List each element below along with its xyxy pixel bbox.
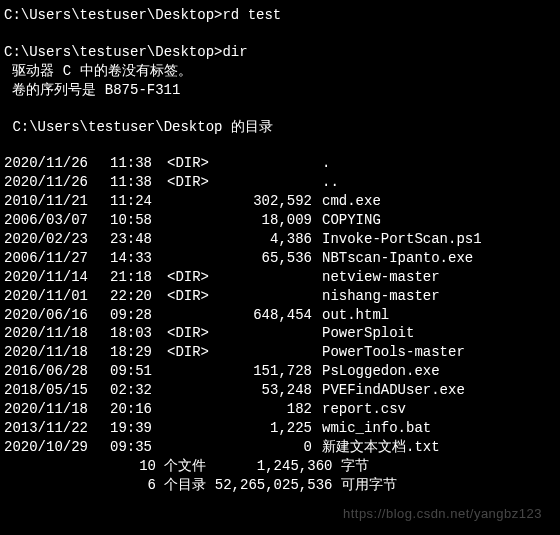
- col-dir: <DIR>: [160, 287, 216, 306]
- col-name: Invoke-PortScan.ps1: [312, 230, 482, 249]
- listing-row: 2020/11/2611:38<DIR>.: [4, 154, 556, 173]
- col-sep: [92, 154, 110, 173]
- col-sep: [92, 400, 110, 419]
- col-sep: [92, 362, 110, 381]
- col-time: 14:33: [110, 249, 160, 268]
- col-time: 09:51: [110, 362, 160, 381]
- col-name: PVEFindADUser.exe: [312, 381, 465, 400]
- col-date: 2020/11/18: [4, 343, 92, 362]
- col-time: 18:03: [110, 324, 160, 343]
- serial-line: 卷的序列号是 B875-F311: [4, 81, 556, 100]
- col-dir: [160, 381, 216, 400]
- listing-row: 2013/11/2219:391,225wmic_info.bat: [4, 419, 556, 438]
- watermark: https://blog.csdn.net/yangbz123: [343, 505, 542, 523]
- col-dir: <DIR>: [160, 343, 216, 362]
- col-date: 2020/11/26: [4, 154, 92, 173]
- col-sep: [92, 230, 110, 249]
- blank-line: [4, 136, 556, 154]
- col-dir: <DIR>: [160, 324, 216, 343]
- col-date: 2020/10/29: [4, 438, 92, 457]
- col-dir: <DIR>: [160, 173, 216, 192]
- col-size: 648,454: [216, 306, 312, 325]
- listing-row: 2020/06/1609:28648,454out.html: [4, 306, 556, 325]
- col-name: out.html: [312, 306, 389, 325]
- col-name: PsLoggedon.exe: [312, 362, 440, 381]
- listing-row: 2006/03/0710:5818,009COPYING: [4, 211, 556, 230]
- col-name: PowerSploit: [312, 324, 414, 343]
- listing-row: 2020/11/1421:18<DIR>netview-master: [4, 268, 556, 287]
- col-dir: [160, 400, 216, 419]
- col-size: [216, 287, 312, 306]
- col-sep: [92, 381, 110, 400]
- col-sep: [92, 343, 110, 362]
- col-dir: [160, 419, 216, 438]
- col-name: NBTscan-Ipanto.exe: [312, 249, 473, 268]
- col-time: 11:24: [110, 192, 160, 211]
- listing-row: 2020/11/1818:29<DIR>PowerTools-master: [4, 343, 556, 362]
- listing-row: 2020/11/1820:16182report.csv: [4, 400, 556, 419]
- col-size: 4,386: [216, 230, 312, 249]
- col-time: 02:32: [110, 381, 160, 400]
- col-sep: [92, 268, 110, 287]
- col-size: 0: [216, 438, 312, 457]
- col-time: 20:16: [110, 400, 160, 419]
- col-date: 2006/03/07: [4, 211, 92, 230]
- col-size: 302,592: [216, 192, 312, 211]
- col-dir: [160, 438, 216, 457]
- col-date: 2006/11/27: [4, 249, 92, 268]
- col-date: 2016/06/28: [4, 362, 92, 381]
- col-date: 2020/11/18: [4, 324, 92, 343]
- col-time: 21:18: [110, 268, 160, 287]
- listing-row: 2020/11/2611:38<DIR>..: [4, 173, 556, 192]
- col-dir: <DIR>: [160, 154, 216, 173]
- command-1: rd test: [222, 7, 281, 23]
- col-time: 22:20: [110, 287, 160, 306]
- col-sep: [92, 249, 110, 268]
- col-date: 2020/02/23: [4, 230, 92, 249]
- col-date: 2018/05/15: [4, 381, 92, 400]
- col-sep: [92, 287, 110, 306]
- col-dir: [160, 230, 216, 249]
- blank-line: [4, 100, 556, 118]
- col-sep: [92, 324, 110, 343]
- listing-row: 2010/11/2111:24302,592cmd.exe: [4, 192, 556, 211]
- col-date: 2020/11/14: [4, 268, 92, 287]
- col-dir: [160, 306, 216, 325]
- col-name: PowerTools-master: [312, 343, 465, 362]
- col-time: 18:29: [110, 343, 160, 362]
- col-name: .: [312, 154, 330, 173]
- col-time: 23:48: [110, 230, 160, 249]
- col-time: 11:38: [110, 173, 160, 192]
- col-date: 2013/11/22: [4, 419, 92, 438]
- col-date: 2020/11/26: [4, 173, 92, 192]
- directory-listing: 2020/11/2611:38<DIR>.2020/11/2611:38<DIR…: [4, 154, 556, 456]
- col-sep: [92, 306, 110, 325]
- col-size: [216, 154, 312, 173]
- col-size: 1,225: [216, 419, 312, 438]
- col-size: 65,536: [216, 249, 312, 268]
- directory-of-line: C:\Users\testuser\Desktop 的目录: [4, 118, 556, 137]
- col-name: 新建文本文档.txt: [312, 438, 440, 457]
- listing-row: 2020/11/0122:20<DIR>nishang-master: [4, 287, 556, 306]
- prompt-path-1: C:\Users\testuser\Desktop>: [4, 7, 222, 23]
- col-size: 18,009: [216, 211, 312, 230]
- col-dir: [160, 192, 216, 211]
- col-dir: [160, 362, 216, 381]
- col-time: 10:58: [110, 211, 160, 230]
- col-dir: <DIR>: [160, 268, 216, 287]
- col-sep: [92, 173, 110, 192]
- col-sep: [92, 438, 110, 457]
- col-name: COPYING: [312, 211, 381, 230]
- listing-row: 2020/02/2323:484,386Invoke-PortScan.ps1: [4, 230, 556, 249]
- col-dir: [160, 249, 216, 268]
- col-time: 11:38: [110, 154, 160, 173]
- col-name: report.csv: [312, 400, 406, 419]
- col-time: 19:39: [110, 419, 160, 438]
- listing-row: 2016/06/2809:51151,728PsLoggedon.exe: [4, 362, 556, 381]
- col-name: netview-master: [312, 268, 440, 287]
- col-size: 182: [216, 400, 312, 419]
- col-name: cmd.exe: [312, 192, 381, 211]
- col-date: 2020/11/01: [4, 287, 92, 306]
- col-name: wmic_info.bat: [312, 419, 431, 438]
- listing-row: 2020/10/2909:350新建文本文档.txt: [4, 438, 556, 457]
